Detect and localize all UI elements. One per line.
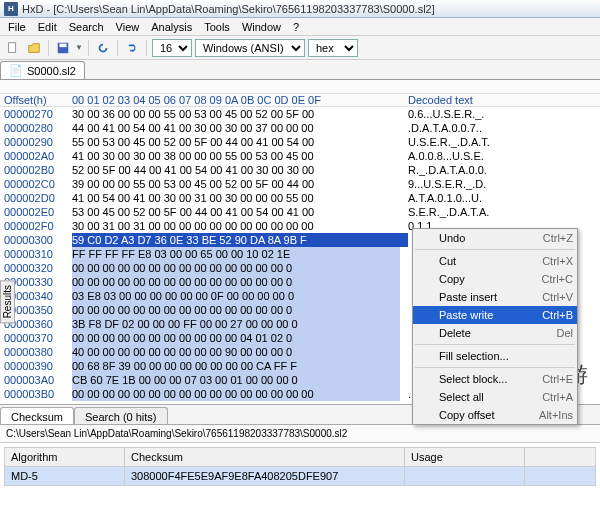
menu-window[interactable]: Window xyxy=(236,19,287,35)
hex-bytes[interactable]: 59 C0 D2 A3 D7 36 0E 33 BE 52 90 DA 8A 9… xyxy=(72,233,400,247)
columns-label: 00 01 02 03 04 05 06 07 08 09 0A 0B 0C 0… xyxy=(72,94,400,106)
encoding-select[interactable]: Windows (ANSI) xyxy=(195,39,305,57)
offset: 00000290 xyxy=(0,135,72,149)
ctx-paste-insert[interactable]: Paste insertCtrl+V xyxy=(413,288,577,306)
menu-view[interactable]: View xyxy=(110,19,146,35)
hex-row[interactable]: 000002A041 00 30 00 30 00 38 00 00 00 55… xyxy=(0,149,600,163)
ctx-label: Fill selection... xyxy=(439,350,509,362)
offset: 00000370 xyxy=(0,331,72,345)
ctx-cut[interactable]: CutCtrl+X xyxy=(413,252,577,270)
decoded-text xyxy=(400,317,408,331)
hex-bytes[interactable]: 55 00 53 00 45 00 52 00 5F 00 44 00 41 0… xyxy=(72,135,400,149)
menu-tools[interactable]: Tools xyxy=(198,19,236,35)
ctx-shortcut: Ctrl+X xyxy=(542,255,573,267)
hex-row[interactable]: 000002B052 00 5F 00 44 00 41 00 54 00 41… xyxy=(0,163,600,177)
svg-rect-0 xyxy=(9,42,16,52)
hex-bytes[interactable]: 52 00 5F 00 44 00 41 00 54 00 41 00 30 0… xyxy=(72,163,400,177)
decoded-label: Decoded text xyxy=(400,94,473,106)
hex-bytes[interactable]: 00 00 00 00 00 00 00 00 00 00 00 00 00 0… xyxy=(72,261,400,275)
hex-bytes[interactable]: 40 00 00 00 00 00 00 00 00 00 90 00 00 0… xyxy=(72,345,400,359)
decoded-text xyxy=(400,233,408,247)
hex-bytes[interactable]: FF FF FF FF E8 03 00 00 65 00 00 10 02 1… xyxy=(72,247,400,261)
hex-bytes[interactable]: 3B F8 DF 02 00 00 00 FF 00 00 27 00 00 0… xyxy=(72,317,400,331)
hex-row[interactable]: 000002D041 00 54 00 41 00 30 00 31 00 30… xyxy=(0,191,600,205)
menu-help[interactable]: ? xyxy=(287,19,305,35)
offset: 000003A0 xyxy=(0,373,72,387)
decoded-text xyxy=(400,331,408,345)
checksum-table: Algorithm Checksum Usage MD-5 308000F4FE… xyxy=(4,447,596,486)
results-sidetab[interactable]: Results xyxy=(0,280,15,323)
hex-bytes[interactable]: 00 00 00 00 00 00 00 00 00 00 00 00 00 0… xyxy=(72,275,400,289)
base-select[interactable]: hex xyxy=(308,39,358,57)
menu-file[interactable]: File xyxy=(2,19,32,35)
hex-bytes[interactable]: 39 00 00 00 55 00 53 00 45 00 52 00 5F 0… xyxy=(72,177,400,191)
ctx-label: Paste insert xyxy=(439,291,497,303)
hex-row[interactable]: 0000029055 00 53 00 45 00 52 00 5F 00 44… xyxy=(0,135,600,149)
ctx-copy-offset[interactable]: Copy offsetAlt+Ins xyxy=(413,406,577,424)
hex-bytes[interactable]: 41 00 30 00 30 00 38 00 00 00 55 00 53 0… xyxy=(72,149,400,163)
ctx-undo[interactable]: UndoCtrl+Z xyxy=(413,229,577,247)
hex-row[interactable]: 0000027030 00 36 00 00 00 55 00 53 00 45… xyxy=(0,107,600,121)
tab-s0000[interactable]: 📄 S0000.sl2 xyxy=(0,61,85,79)
ctx-shortcut: Ctrl+A xyxy=(542,391,573,403)
ctx-delete[interactable]: DeleteDel xyxy=(413,324,577,342)
hex-bytes[interactable]: 00 00 00 00 00 00 00 00 00 00 00 00 00 0… xyxy=(72,303,400,317)
hex-bytes[interactable]: 53 00 45 00 52 00 5F 00 44 00 41 00 54 0… xyxy=(72,205,400,219)
decoded-text xyxy=(400,275,408,289)
undo-icon[interactable] xyxy=(123,39,141,57)
save-icon[interactable] xyxy=(54,39,72,57)
hex-bytes[interactable]: 00 00 00 00 00 00 00 00 00 00 00 04 01 0… xyxy=(72,331,400,345)
menu-search[interactable]: Search xyxy=(63,19,110,35)
decoded-text: A.T.A.0.1.0...U. xyxy=(400,191,482,205)
hex-bytes[interactable]: 03 E8 03 00 00 00 00 00 00 0F 00 00 00 0… xyxy=(72,289,400,303)
ctx-shortcut: Ctrl+B xyxy=(542,309,573,321)
offset: 000002C0 xyxy=(0,177,72,191)
ctx-label: Select all xyxy=(439,391,484,403)
context-menu: UndoCtrl+ZCutCtrl+XCopyCtrl+CPaste inser… xyxy=(412,228,578,425)
tab-search[interactable]: Search (0 hits) xyxy=(74,407,168,424)
hex-bytes[interactable]: 41 00 54 00 41 00 30 00 31 00 30 00 00 0… xyxy=(72,191,400,205)
hex-bytes[interactable]: 30 00 36 00 00 00 55 00 53 00 45 00 52 0… xyxy=(72,107,400,121)
ctx-shortcut: Ctrl+Z xyxy=(543,232,573,244)
decoded-text: 9...U.S.E.R._.D. xyxy=(400,177,486,191)
tab-checksum[interactable]: Checksum xyxy=(0,407,74,424)
document-tabs: 📄 S0000.sl2 xyxy=(0,60,600,80)
ctx-copy[interactable]: CopyCtrl+C xyxy=(413,270,577,288)
open-icon[interactable] xyxy=(25,39,43,57)
hex-row[interactable]: 000002E053 00 45 00 52 00 5F 00 44 00 41… xyxy=(0,205,600,219)
ctx-shortcut: Ctrl+E xyxy=(542,373,573,385)
hex-bytes[interactable]: CB 60 7E 1B 00 00 00 07 03 00 01 00 00 0… xyxy=(72,373,400,387)
bytes-per-row-input[interactable]: 16 xyxy=(152,39,192,57)
cell-usage xyxy=(405,467,525,485)
table-row[interactable]: MD-5 308000F4FE5E9AF9E8FA408205DFE907 xyxy=(4,467,596,486)
offset: 000002B0 xyxy=(0,163,72,177)
decoded-text xyxy=(400,373,408,387)
decoded-text: R._.D.A.T.A.0.0. xyxy=(400,163,487,177)
ctx-shortcut: Alt+Ins xyxy=(539,409,573,421)
hex-bytes[interactable]: 00 68 8F 39 00 00 00 00 00 00 00 00 CA F… xyxy=(72,359,400,373)
ctx-shortcut: Ctrl+C xyxy=(542,273,573,285)
hex-row[interactable]: 0000028044 00 41 00 54 00 41 00 30 00 30… xyxy=(0,121,600,135)
ctx-paste-write[interactable]: Paste writeCtrl+B xyxy=(413,306,577,324)
ctx-label: Copy xyxy=(439,273,465,285)
decoded-text: S.E.R._.D.A.T.A. xyxy=(400,205,489,219)
hex-bytes[interactable]: 30 00 31 00 31 00 00 00 00 00 00 00 00 0… xyxy=(72,219,400,233)
menu-analysis[interactable]: Analysis xyxy=(145,19,198,35)
menu-edit[interactable]: Edit xyxy=(32,19,63,35)
ctx-label: Select block... xyxy=(439,373,507,385)
decoded-text: U.S.E.R._.D.A.T. xyxy=(400,135,490,149)
offset: 000002F0 xyxy=(0,219,72,233)
hex-bytes[interactable]: 00 00 00 00 00 00 00 00 00 00 00 00 00 0… xyxy=(72,387,400,401)
ctx-select-all[interactable]: Select allCtrl+A xyxy=(413,388,577,406)
decoded-text: .D.A.T.A.0.0.7.. xyxy=(400,121,482,135)
hex-bytes[interactable]: 44 00 41 00 54 00 41 00 30 00 30 00 37 0… xyxy=(72,121,400,135)
hex-header: Offset(h) 00 01 02 03 04 05 06 07 08 09 … xyxy=(0,94,600,107)
hex-row[interactable]: 000002C039 00 00 00 55 00 53 00 45 00 52… xyxy=(0,177,600,191)
refresh-icon[interactable] xyxy=(94,39,112,57)
decoded-text xyxy=(400,345,408,359)
col-algorithm: Algorithm xyxy=(5,448,125,466)
copy-icon xyxy=(418,273,432,287)
ctx-fill-selection-[interactable]: Fill selection... xyxy=(413,347,577,365)
ctx-select-block-[interactable]: Select block...Ctrl+E xyxy=(413,370,577,388)
new-icon[interactable] xyxy=(4,39,22,57)
